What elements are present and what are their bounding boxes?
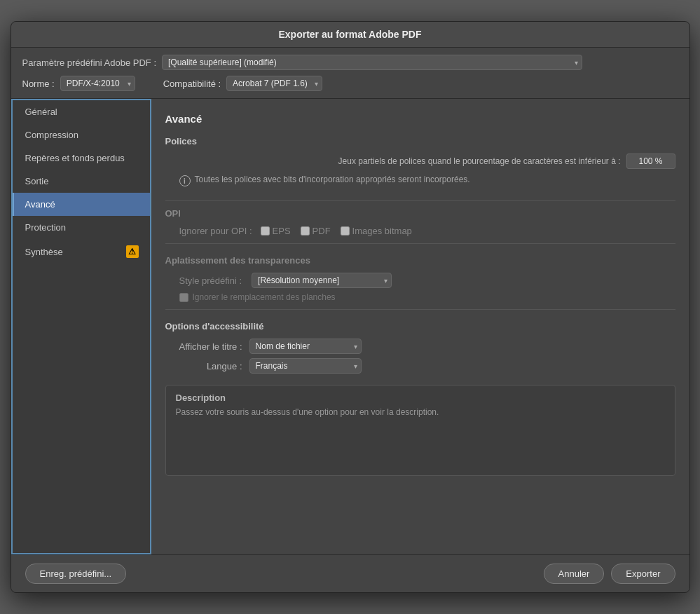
opi-eps-checkbox[interactable] [261, 226, 270, 236]
opi-row: Ignorer pour OPI : EPS PDF Images bit [179, 226, 675, 236]
compat-label: Compatibilité : [163, 79, 221, 89]
norme-label: Norme : [22, 79, 55, 89]
ignore-row: Ignorer le remplacement des planches [179, 292, 675, 302]
titre-label: Afficher le titre : [179, 341, 242, 352]
trans-select-wrap: [Résolution moyenne] [252, 273, 392, 288]
compat-select[interactable]: Acrobat 7 (PDF 1.6) [226, 76, 322, 91]
opi-eps-item[interactable]: EPS [261, 226, 291, 236]
trans-select[interactable]: [Résolution moyenne] [252, 273, 392, 288]
trans-row: Style prédéfini : [Résolution moyenne] [179, 273, 675, 288]
norme-group: Norme : PDF/X-4:2010 [22, 76, 135, 91]
opi-section: OPI Ignorer pour OPI : EPS PDF [165, 200, 675, 244]
accessibility-section: Options d'accessibilité Afficher le titr… [165, 321, 675, 374]
sidebar-item-avance[interactable]: Avancé [13, 193, 150, 216]
dialog-title: Exporter au format Adobe PDF [278, 29, 421, 40]
transparency-section: Aplatissement des transparences Style pr… [165, 255, 675, 310]
titre-select[interactable]: Nom de fichier [249, 339, 362, 354]
desc-text: Passez votre souris au-dessus d'une opti… [176, 407, 665, 417]
opi-pdf-item[interactable]: PDF [301, 226, 331, 236]
polices-title: Polices [165, 136, 675, 146]
sidebar-item-synthese[interactable]: Synthèse ⚠ [13, 239, 150, 264]
trans-style-label: Style prédéfini : [179, 275, 242, 286]
cancel-button[interactable]: Annuler [544, 564, 605, 584]
preset-row: Paramètre prédéfini Adobe PDF : [Qualité… [22, 55, 678, 70]
norme-select[interactable]: PDF/X-4:2010 [60, 76, 135, 91]
sidebar-item-general[interactable]: Général [13, 100, 150, 123]
polices-section: Polices Jeux partiels de polices quand l… [165, 136, 675, 186]
top-controls: Paramètre prédéfini Adobe PDF : [Qualité… [11, 48, 689, 99]
opi-bitmap-item[interactable]: Images bitmap [341, 226, 412, 236]
panel-title: Avancé [165, 113, 675, 125]
trans-title: Aplatissement des transparences [165, 255, 675, 266]
langue-select[interactable]: Français [249, 358, 362, 374]
compat-select-wrap: Acrobat 7 (PDF 1.6) [226, 76, 322, 91]
jeux-value: 100 % [626, 154, 675, 169]
access-title: Options d'accessibilité [165, 321, 675, 332]
preset-label: Paramètre prédéfini Adobe PDF : [22, 57, 157, 68]
info-row: i Toutes les polices avec bits d'incorpo… [179, 175, 675, 186]
sidebar-item-protection[interactable]: Protection [13, 216, 150, 239]
langue-label: Langue : [179, 361, 242, 371]
bottom-bar: Enreg. prédéfini... Annuler Exporter [11, 554, 689, 592]
btn-right-group: Annuler Exporter [544, 564, 675, 584]
save-preset-button[interactable]: Enreg. prédéfini... [25, 564, 127, 584]
opi-bitmap-checkbox[interactable] [341, 226, 350, 236]
preset-select-wrap: [Qualité supérieure] (modifié) [162, 55, 582, 70]
norme-compat-row: Norme : PDF/X-4:2010 Compatibilité : Acr… [22, 76, 678, 91]
export-button[interactable]: Exporter [611, 564, 675, 584]
langue-select-wrap: Français [249, 358, 362, 374]
dialog: Exporter au format Adobe PDF Paramètre p… [11, 21, 690, 593]
info-icon: i [179, 175, 191, 186]
preset-select[interactable]: [Qualité supérieure] (modifié) [162, 55, 582, 70]
opi-title: OPI [165, 208, 675, 219]
ignore-planches-checkbox[interactable] [179, 293, 188, 302]
norme-select-wrap: PDF/X-4:2010 [60, 76, 135, 91]
description-section: Description Passez votre souris au-dessu… [165, 385, 675, 476]
warning-icon: ⚠ [126, 245, 139, 258]
langue-row: Langue : Français [179, 358, 675, 374]
opi-pdf-checkbox[interactable] [301, 226, 310, 236]
desc-title: Description [176, 393, 665, 403]
opi-eps-label: EPS [273, 226, 291, 236]
opi-pdf-label: PDF [313, 226, 331, 236]
opi-ignorer-label: Ignorer pour OPI : [179, 226, 252, 236]
ignore-planches-label: Ignorer le remplacement des planches [193, 292, 336, 302]
titre-select-wrap: Nom de fichier [249, 339, 362, 354]
jeux-label: Jeux partiels de polices quand le pource… [165, 156, 626, 166]
title-bar: Exporter au format Adobe PDF [11, 22, 689, 48]
jeux-row: Jeux partiels de polices quand le pource… [165, 154, 675, 169]
sidebar-item-reperes[interactable]: Repères et fonds perdus [13, 146, 150, 170]
titre-row: Afficher le titre : Nom de fichier [179, 339, 675, 354]
compat-group: Compatibilité : Acrobat 7 (PDF 1.6) [163, 76, 322, 91]
main-content: Général Compression Repères et fonds per… [11, 99, 689, 554]
sidebar-item-compression[interactable]: Compression [13, 123, 150, 146]
info-text: Toutes les polices avec bits d'incorpora… [195, 175, 470, 184]
panel: Avancé Polices Jeux partiels de polices … [151, 99, 689, 554]
opi-checkboxes: EPS PDF Images bitmap [261, 226, 412, 236]
opi-bitmap-label: Images bitmap [352, 226, 412, 236]
sidebar: Général Compression Repères et fonds per… [11, 99, 151, 554]
sidebar-item-sortie[interactable]: Sortie [13, 170, 150, 193]
